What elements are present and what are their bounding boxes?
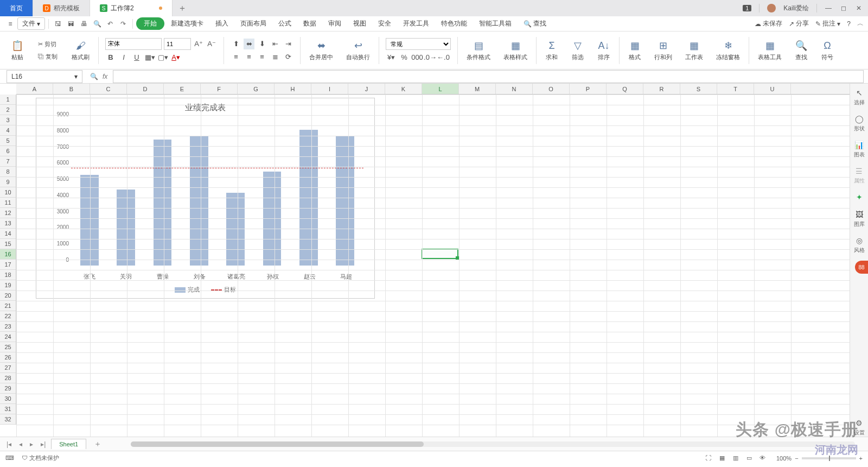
conditional-format-button[interactable]: ▤条件格式 [464,38,493,62]
horizontal-scrollbar[interactable] [131,440,864,448]
font-color-icon[interactable]: A▾ [170,52,181,63]
name-box[interactable]: L16▾ [7,70,82,83]
thousands-icon[interactable]: 000 [412,52,423,63]
side-prop[interactable]: ☰属性 [854,166,865,185]
align-bottom-icon[interactable]: ⬇ [257,39,267,49]
sheet-next-icon[interactable]: ▸ [28,440,35,448]
file-menu[interactable]: 文件 ▾ [17,17,45,30]
tab-security[interactable]: 安全 [373,17,397,30]
border-icon[interactable]: ▦▾ [144,52,155,63]
eye-icon[interactable]: 👁 [757,453,769,463]
zoom-slider[interactable] [802,457,856,459]
tab-special[interactable]: 特色功能 [436,17,473,30]
undo-icon[interactable]: ↶ [104,18,116,30]
font-size-select[interactable] [164,38,191,50]
formula-input[interactable] [113,70,864,83]
sheet-tab-1[interactable]: Sheet1 [51,439,86,449]
bold-icon[interactable]: B [105,52,116,63]
selected-cell[interactable] [422,249,458,259]
collapse-ribbon-icon[interactable]: ︿ [857,19,864,28]
indent-increase-icon[interactable]: ⇥ [283,39,293,49]
doc-protect[interactable]: 🛡 文档未保护 [22,454,59,462]
tab-devtools[interactable]: 开发工具 [398,17,435,30]
search-menu[interactable]: 🔍查找 [518,17,552,30]
fill-color-icon[interactable]: ▢▾ [157,52,168,63]
indent-decrease-icon[interactable]: ⇤ [270,39,280,49]
zoom-control[interactable]: 100% − + [776,455,863,462]
sheet-prev-icon[interactable]: ◂ [17,440,24,448]
decimal-increase-icon[interactable]: .0→ [425,52,436,63]
print-icon[interactable]: 🖶 [78,18,90,30]
row-headers[interactable]: 1234567891011121314151617181920212223242… [0,94,16,425]
minimize-icon[interactable]: — [825,4,832,12]
tab-workbook[interactable]: S 工作簿2 [90,0,173,16]
column-headers[interactable]: ABCDEFGHIJKLMNOPQRSTU [16,84,850,94]
worksheet-button[interactable]: ▦工作表 [683,38,705,62]
underline-icon[interactable]: U [131,52,142,63]
zoom-in-icon[interactable]: + [859,455,863,462]
side-settings[interactable]: ⚙设置 [854,418,865,437]
orientation-icon[interactable]: ⟳ [283,52,293,62]
paste-button[interactable]: 📋 粘贴 [9,38,26,62]
percent-icon[interactable]: % [399,52,410,63]
fx-icon[interactable]: fx [103,73,107,80]
side-chart[interactable]: 📊图表 [854,140,865,159]
align-top-icon[interactable]: ⬆ [231,39,241,49]
normal-view-icon[interactable]: ▦ [716,453,728,463]
tab-home[interactable]: 首页 [0,0,33,16]
close-icon[interactable]: ✕ [855,4,863,12]
user-avatar[interactable] [767,4,776,12]
number-format-select[interactable]: 常规 [386,38,451,50]
maximize-icon[interactable]: ◻ [840,4,847,12]
font-name-select[interactable] [105,38,162,50]
copy-button[interactable]: ⿻复制 [35,52,61,62]
cells[interactable]: 业绩完成表 0100020003000400050006000700080009… [16,94,850,437]
embedded-chart[interactable]: 业绩完成表 0100020003000400050006000700080009… [36,98,375,299]
zoom-lens-icon[interactable]: 🔍 [90,73,98,80]
tabletool-button[interactable]: ▦表格工具 [756,38,784,62]
print-preview-icon[interactable]: 🔍 [91,18,103,30]
tab-view[interactable]: 视图 [348,17,372,30]
share-button[interactable]: ↗分享 [789,19,809,28]
side-wps[interactable]: ✦ [854,192,864,202]
redo-icon[interactable]: ↷ [117,18,129,30]
find-button[interactable]: 🔍查找 [793,38,810,62]
tab-data[interactable]: 数据 [298,17,322,30]
help-icon[interactable]: ? [847,20,851,28]
notification-badge[interactable]: 1 [743,5,751,11]
format-button[interactable]: ▦格式 [626,38,643,62]
merge-center-button[interactable]: ⬌合并居中 [307,38,335,62]
font-increase-icon[interactable]: A⁺ [193,39,204,49]
keyboard-icon[interactable]: ⌨ [5,455,14,462]
wrap-text-button[interactable]: ↩自动换行 [344,38,372,62]
table-style-button[interactable]: ▦表格样式 [501,38,529,62]
align-right-icon[interactable]: ≡ [257,52,267,62]
page-view-icon[interactable]: ▥ [730,453,742,463]
user-name[interactable]: Kaili爱绘 [783,4,809,13]
tab-review[interactable]: 审阅 [323,17,347,30]
tab-pagelayout[interactable]: 页面布局 [235,17,272,30]
reading-view-icon[interactable]: ▭ [743,453,755,463]
fullscreen-icon[interactable]: ⛶ [703,453,714,463]
add-sheet-button[interactable]: ＋ [90,439,106,449]
symbol-button[interactable]: Ω符号 [819,38,836,62]
save-as-icon[interactable]: 🖬 [65,18,77,30]
align-justify-icon[interactable]: ≣ [270,52,280,62]
freeze-button[interactable]: ❄冻结窗格 [714,38,742,62]
tab-smartbox[interactable]: 智能工具箱 [474,17,517,30]
side-shape[interactable]: ◯形状 [854,114,865,132]
filter-button[interactable]: ▽筛选 [569,38,586,62]
hamburger-icon[interactable]: ≡ [4,18,16,30]
font-decrease-icon[interactable]: A⁻ [206,39,217,49]
tab-daoketemplates[interactable]: D 稻壳模板 [33,0,90,16]
sum-button[interactable]: Σ求和 [543,38,560,62]
sort-button[interactable]: A↓排序 [595,38,612,62]
add-tab-button[interactable]: ＋ [173,0,192,16]
format-painter-button[interactable]: 🖌 格式刷 [69,38,92,62]
side-select[interactable]: ↖选择 [854,88,865,106]
align-middle-icon[interactable]: ⬌ [244,39,254,49]
tab-newcustom[interactable]: 新建选项卡 [165,17,209,30]
side-gallery[interactable]: 🖼图库 [854,210,865,228]
rowcol-button[interactable]: ⊞行和列 [652,38,674,62]
floating-badge[interactable]: 88 [855,261,868,274]
